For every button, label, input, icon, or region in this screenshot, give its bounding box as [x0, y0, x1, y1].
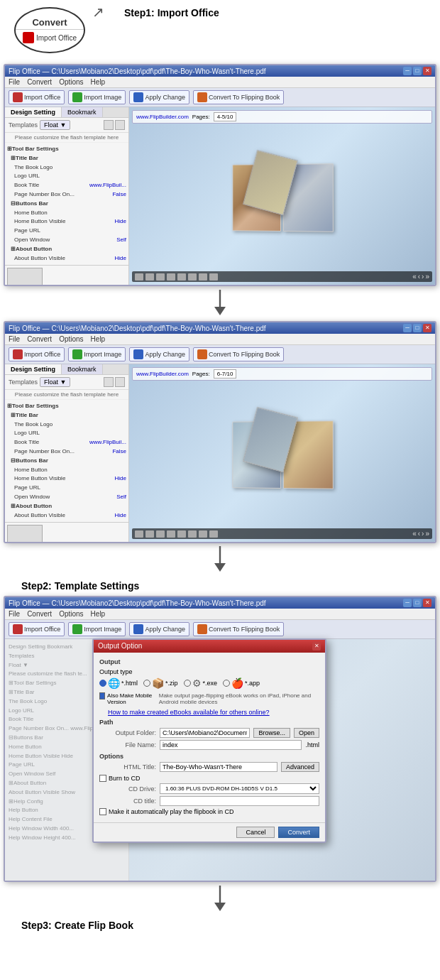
tab-design-setting[interactable]: Design Setting: [5, 107, 62, 117]
template-extra-icons: [104, 120, 125, 130]
step2-import-office-btn[interactable]: Import Office: [9, 347, 65, 361]
step2-nav-first[interactable]: «: [412, 530, 417, 538]
step2-close-btn[interactable]: ✕: [423, 324, 431, 332]
step2-nav-icon-6[interactable]: [188, 530, 197, 538]
cd-title-input[interactable]: [160, 796, 319, 806]
output-folder-row: Output Folder: Browse... Open: [99, 728, 319, 738]
template-icon1[interactable]: [104, 120, 114, 130]
step2-nav-prev[interactable]: ‹: [418, 530, 420, 538]
menu-file[interactable]: File: [9, 78, 20, 86]
nav-prev[interactable]: ‹: [418, 273, 420, 281]
menu-options[interactable]: Options: [59, 78, 83, 86]
step1-preview: www.FlipBuilder.com Pages: 4-5/10: [129, 107, 435, 285]
step2-menu-options[interactable]: Options: [59, 335, 83, 343]
step2-nav-icon-4[interactable]: [167, 530, 175, 538]
callout-convert-label: Convert: [16, 17, 84, 30]
import-image-icon: [72, 92, 82, 102]
step2-minimize-btn[interactable]: ─: [403, 324, 412, 332]
html-title-input[interactable]: [160, 762, 277, 772]
radio-zip[interactable]: 📦 *.zip: [143, 677, 178, 689]
tree-tool-bar: ⊞Tool Bar Settings: [7, 145, 126, 154]
convert-flipping-btn[interactable]: Convert To Flipping Book: [193, 90, 284, 104]
step3-apply-change-btn[interactable]: Apply Change: [129, 622, 189, 636]
step2-tab-bookmark[interactable]: Bookmark: [62, 364, 103, 374]
radio-html-label: *.html: [121, 680, 138, 687]
menu-convert[interactable]: Convert: [27, 78, 52, 86]
step2-icon1[interactable]: [104, 377, 114, 387]
radio-app[interactable]: 🍎 *.app: [223, 677, 260, 689]
convert-btn[interactable]: Convert: [278, 827, 319, 838]
step2-pages-box: 6-7/10: [214, 369, 237, 379]
step2-nav-last[interactable]: »: [425, 530, 429, 538]
step2-left-tabs: Design Setting Bookmark: [5, 364, 128, 375]
step3-import-office-btn[interactable]: Import Office: [9, 622, 65, 636]
nav-icon-5[interactable]: [177, 273, 186, 281]
callout-import-label: Import Office: [36, 34, 77, 42]
step2-maximize-btn[interactable]: □: [413, 324, 422, 332]
dialog-close-btn[interactable]: ✕: [312, 642, 321, 650]
step2-nav-icon-7[interactable]: [199, 530, 207, 538]
nav-icon-6[interactable]: [188, 273, 197, 281]
open-btn[interactable]: Open: [294, 728, 319, 738]
cancel-btn[interactable]: Cancel: [236, 827, 275, 838]
nav-icon-2[interactable]: [145, 273, 154, 281]
import-office-btn[interactable]: Import Office: [9, 90, 65, 104]
step2-convert-flipping-btn[interactable]: Convert To Flipping Book: [193, 347, 284, 361]
nav-icon-1[interactable]: [135, 273, 143, 281]
step2-preview-book: [132, 381, 432, 528]
apply-change-btn[interactable]: Apply Change: [129, 90, 189, 104]
nav-icon-3[interactable]: [156, 273, 165, 281]
step2-nav-icon-3[interactable]: [156, 530, 165, 538]
radio-exe[interactable]: ⚙ *.exe: [184, 677, 218, 689]
cd-drive-select[interactable]: 1.60:36 PLUS DVD-ROM DH-16D5S V D1.5: [160, 783, 319, 794]
step3-close-btn[interactable]: ✕: [423, 599, 431, 607]
nav-icon-7[interactable]: [199, 273, 207, 281]
step3-maximize-btn[interactable]: □: [413, 599, 422, 607]
radio-html[interactable]: 🌐 *.html: [99, 677, 138, 689]
arrow3: [0, 886, 440, 914]
step2-menu-convert[interactable]: Convert: [27, 335, 52, 343]
step3-label: Step3: Create Flip Book: [21, 920, 440, 931]
menu-help[interactable]: Help: [91, 78, 106, 86]
step2-preview-topbar: www.FlipBuilder.com Pages: 6-7/10: [132, 367, 432, 381]
burn-cd-checkbox[interactable]: [99, 775, 106, 782]
template-icon2[interactable]: [115, 120, 125, 130]
nav-first[interactable]: «: [412, 273, 417, 281]
browse-btn[interactable]: Browse...: [253, 728, 290, 738]
step2-nav-icon-1[interactable]: [135, 530, 143, 538]
file-name-input[interactable]: [160, 740, 302, 750]
step3-menu-convert[interactable]: Convert: [27, 610, 52, 618]
nav-icon-4[interactable]: [167, 273, 175, 281]
advanced-btn[interactable]: Advanced: [281, 762, 319, 772]
auto-play-checkbox[interactable]: [99, 808, 106, 815]
step2-menu-file[interactable]: File: [9, 335, 20, 343]
nav-next[interactable]: ›: [422, 273, 424, 281]
nav-last[interactable]: »: [425, 273, 429, 281]
float-btn[interactable]: Float ▼: [40, 120, 70, 130]
step3-convert-flipping-btn[interactable]: Convert To Flipping Book: [193, 622, 284, 636]
mobile-checkbox[interactable]: [99, 692, 105, 699]
step3-minimize-btn[interactable]: ─: [403, 599, 412, 607]
step2-apply-change-btn[interactable]: Apply Change: [129, 347, 189, 361]
step2-tab-design[interactable]: Design Setting: [5, 364, 62, 374]
nav-icon-8[interactable]: [209, 273, 218, 281]
step2-import-image-btn[interactable]: Import Image: [68, 347, 126, 361]
step2-nav-next[interactable]: ›: [422, 530, 424, 538]
step3-menu-options[interactable]: Options: [59, 610, 83, 618]
step2-float-btn[interactable]: Float ▼: [40, 377, 70, 387]
output-folder-input[interactable]: [160, 728, 250, 738]
template-label: Templates: [9, 121, 38, 129]
mobile-link[interactable]: How to make created eBooks available for…: [108, 709, 270, 716]
step2-nav-icon-8[interactable]: [209, 530, 218, 538]
step2-nav-icon-2[interactable]: [145, 530, 154, 538]
step3-win-controls: ─ □ ✕: [403, 599, 431, 607]
tab-bookmark[interactable]: Bookmark: [62, 107, 103, 117]
step3-import-image-btn[interactable]: Import Image: [68, 622, 126, 636]
step2-icon2[interactable]: [115, 377, 125, 387]
step2-menu-help[interactable]: Help: [91, 335, 106, 343]
step2-nav-icon-5[interactable]: [177, 530, 186, 538]
step3-menu-help[interactable]: Help: [91, 610, 106, 618]
step3-menu-file[interactable]: File: [9, 610, 20, 618]
import-image-btn[interactable]: Import Image: [68, 90, 126, 104]
step2-nav-arrows: « ‹ › »: [412, 530, 429, 538]
